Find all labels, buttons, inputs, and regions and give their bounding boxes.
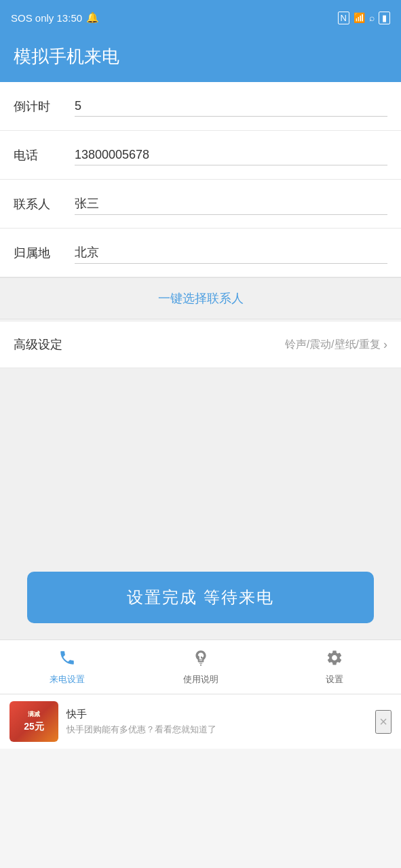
phone-label: 电话: [14, 147, 68, 163]
status-text: SOS only 13:50: [11, 12, 82, 24]
ad-app-name: 快手: [66, 708, 367, 721]
ad-banner: 满减 25元 快手 快手团购能有多优惠？看看您就知道了 ×: [0, 694, 401, 749]
advanced-label: 高级设定: [14, 336, 62, 353]
gray-area: [0, 368, 401, 558]
battery-icon: ▮: [379, 12, 390, 24]
wifi-icon: ⌕: [369, 12, 375, 23]
select-contact-button[interactable]: 一键选择联系人: [158, 290, 244, 307]
nav-label-settings: 设置: [326, 673, 343, 686]
location-label: 归属地: [14, 245, 68, 261]
nfc-icon: N: [338, 12, 349, 24]
contact-label: 联系人: [14, 196, 68, 212]
ad-thumbnail: 满减 25元: [9, 701, 58, 742]
nav-label-incoming: 来电设置: [50, 673, 85, 686]
form-section: 倒计时 5 电话 13800005678 联系人 张三 归属地 北京: [0, 82, 401, 277]
ad-thumb-content: 满减 25元: [24, 711, 44, 732]
phone-input[interactable]: 13800005678: [75, 145, 387, 165]
location-row: 归属地 北京: [0, 229, 401, 277]
countdown-input[interactable]: 5: [75, 96, 387, 117]
bell-icon: 🔔: [86, 12, 99, 24]
confirm-btn-area: 设置完成 等待来电: [0, 558, 401, 639]
advanced-row[interactable]: 高级设定 铃声/震动/壁纸/重复 ›: [0, 321, 401, 368]
contact-row: 联系人 张三: [0, 180, 401, 229]
nav-item-instructions[interactable]: 使用说明: [134, 649, 267, 686]
confirm-button[interactable]: 设置完成 等待来电: [27, 572, 374, 623]
app-title: 模拟手机来电: [14, 45, 387, 68]
status-right: N 📶 ⌕ ▮: [338, 12, 390, 24]
nav-item-incoming[interactable]: 来电设置: [0, 649, 134, 686]
ad-content: 快手 快手团购能有多优惠？看看您就知道了: [66, 708, 367, 736]
ad-description: 快手团购能有多优惠？看看您就知道了: [66, 724, 367, 736]
gear-nav-icon: [326, 649, 343, 671]
nav-item-settings[interactable]: 设置: [267, 649, 401, 686]
bottom-nav: 来电设置 使用说明 设置: [0, 639, 401, 694]
bulb-nav-icon: [192, 649, 210, 671]
location-input[interactable]: 北京: [75, 241, 387, 264]
countdown-row: 倒计时 5: [0, 82, 401, 131]
phone-row: 电话 13800005678: [0, 131, 401, 180]
chevron-right-icon: ›: [383, 338, 387, 352]
countdown-label: 倒计时: [14, 98, 68, 115]
status-bar: SOS only 13:50 🔔 N 📶 ⌕ ▮: [0, 0, 401, 35]
advanced-section: 高级设定 铃声/震动/壁纸/重复 ›: [0, 321, 401, 368]
select-contact-section: 一键选择联系人: [0, 277, 401, 319]
contact-input[interactable]: 张三: [75, 193, 387, 215]
signal-icon: 📶: [354, 12, 365, 23]
app-header: 模拟手机来电: [0, 35, 401, 82]
ad-close-button[interactable]: ×: [375, 710, 392, 734]
status-left: SOS only 13:50 🔔: [11, 12, 99, 24]
phone-nav-icon: [58, 649, 76, 671]
advanced-value: 铃声/震动/壁纸/重复 ›: [285, 338, 387, 352]
nav-label-instructions: 使用说明: [183, 673, 218, 686]
